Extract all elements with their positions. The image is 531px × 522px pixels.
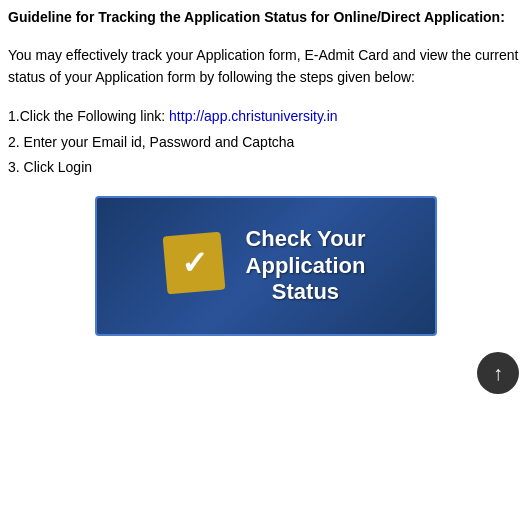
banner-line3: Status (272, 279, 339, 304)
step-2-text: 2. Enter your Email id, Password and Cap… (8, 134, 294, 150)
step-1-link[interactable]: http://app.christuniversity.in (169, 108, 338, 124)
page-wrapper: Guideline for Tracking the Application S… (8, 8, 523, 398)
description-content: You may effectively track your Applicati… (8, 47, 518, 85)
heading-text: Guideline for Tracking the Application S… (8, 9, 505, 25)
banner-title: Check Your Application Status (245, 226, 365, 305)
description-text: You may effectively track your Applicati… (8, 44, 523, 89)
checkmark-symbol: ✓ (181, 244, 208, 282)
scroll-to-top-button[interactable]: ↑ (477, 352, 519, 394)
page-footer-area: ↑ (8, 348, 523, 398)
steps-container: 1.Click the Following link: http://app.c… (8, 104, 523, 180)
check-status-banner[interactable]: ✓ Check Your Application Status (95, 196, 437, 336)
step-2: 2. Enter your Email id, Password and Cap… (8, 130, 523, 155)
banner-container: ✓ Check Your Application Status (8, 196, 523, 336)
step-3-text: 3. Click Login (8, 159, 92, 175)
page-heading: Guideline for Tracking the Application S… (8, 8, 523, 28)
step-1: 1.Click the Following link: http://app.c… (8, 104, 523, 129)
banner-line1: Check Your (245, 226, 365, 251)
banner-line2: Application (246, 253, 366, 278)
banner-text-block: Check Your Application Status (245, 226, 365, 305)
step-1-text: 1.Click the Following link: (8, 108, 169, 124)
checkmark-square: ✓ (163, 232, 226, 295)
checkmark-icon-wrapper: ✓ (165, 234, 229, 298)
step-3: 3. Click Login (8, 155, 523, 180)
scroll-top-arrow-icon: ↑ (493, 363, 503, 383)
